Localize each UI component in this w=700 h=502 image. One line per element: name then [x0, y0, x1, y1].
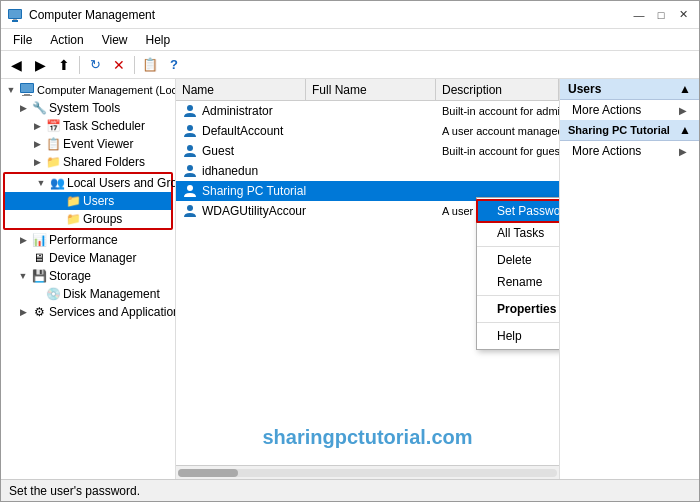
col-header-name[interactable]: Name [176, 79, 306, 100]
user-icon [182, 203, 198, 219]
ctx-item-set-password[interactable]: Set Password... [477, 200, 559, 222]
table-row[interactable]: idhanedun [176, 161, 559, 181]
svg-rect-3 [13, 19, 17, 20]
forward-button[interactable]: ▶ [29, 54, 51, 76]
svg-point-13 [187, 205, 193, 211]
sidebar-item-storage[interactable]: ▼ 💾 Storage [1, 267, 175, 285]
expand-icon: ▶ [29, 136, 45, 152]
menu-file[interactable]: File [5, 31, 40, 49]
actions-label-sharing-pc-more: More Actions [572, 144, 641, 158]
maximize-button[interactable]: □ [651, 6, 671, 24]
actions-item-users-more[interactable]: More Actions ▶ [560, 100, 699, 120]
ctx-label-delete: Delete [497, 253, 532, 267]
idhanedun-label: idhanedun [202, 164, 258, 178]
sidebar-item-shared-folders[interactable]: ▶ 📁 Shared Folders [1, 153, 175, 171]
sidebar-label-event-viewer: Event Viewer [63, 137, 133, 151]
menu-view[interactable]: View [94, 31, 136, 49]
horizontal-scrollbar[interactable] [176, 465, 559, 479]
ctx-label-all-tasks: All Tasks [497, 226, 544, 240]
sidebar-item-groups[interactable]: 📁 Groups [5, 210, 171, 228]
expand-placeholder [49, 193, 65, 209]
user-icon [182, 163, 198, 179]
cell-name-guest: Guest [176, 143, 306, 159]
expand-placeholder [49, 211, 65, 227]
svg-rect-1 [12, 20, 18, 22]
storage-icon: 💾 [31, 268, 47, 284]
col-header-fullname[interactable]: Full Name [306, 79, 436, 100]
ctx-item-all-tasks[interactable]: All Tasks ▶ [477, 222, 559, 244]
defaultaccount-label: DefaultAccount [202, 124, 283, 138]
actions-item-sharing-pc-more[interactable]: More Actions ▶ [560, 141, 699, 161]
device-icon: 🖥 [31, 250, 47, 266]
col-desc-label: Description [442, 83, 502, 97]
svg-rect-7 [22, 95, 32, 96]
calendar-icon: 📅 [45, 118, 61, 134]
up-button[interactable]: ⬆ [53, 54, 75, 76]
table-row[interactable]: DefaultAccount A user account managed by… [176, 121, 559, 141]
ctx-label-set-password: Set Password... [497, 204, 559, 218]
sidebar-label-performance: Performance [49, 233, 118, 247]
sidebar-item-services-apps[interactable]: ▶ ⚙ Services and Applications [1, 303, 175, 321]
status-bar: Set the user's password. [1, 479, 699, 501]
close-button[interactable]: ✕ [673, 6, 693, 24]
toolbar: ◀ ▶ ⬆ ↻ ✕ 📋 ? [1, 51, 699, 79]
properties-button[interactable]: 📋 [139, 54, 161, 76]
menu-action[interactable]: Action [42, 31, 91, 49]
refresh-button[interactable]: ↻ [84, 54, 106, 76]
guest-label: Guest [202, 144, 234, 158]
local-users-groups-group: ▼ 👥 Local Users and Groups 📁 Users 📁 Gro… [3, 172, 173, 230]
ctx-separator-1 [477, 246, 559, 247]
table-row[interactable]: Administrator Built-in account for admin… [176, 101, 559, 121]
actions-label-users-more: More Actions [572, 103, 641, 117]
menu-help[interactable]: Help [138, 31, 179, 49]
computer-management-window: Computer Management — □ ✕ File Action Vi… [0, 0, 700, 502]
actions-collapse-icon-2: ▲ [679, 123, 691, 137]
svg-point-12 [187, 185, 193, 191]
cell-name-idhanedun: idhanedun [176, 163, 306, 179]
content-area: Name Full Name Description [176, 79, 559, 479]
ctx-item-help[interactable]: Help [477, 325, 559, 347]
actions-arrow-sharing-pc-more: ▶ [679, 146, 687, 157]
expand-icon: ▶ [29, 118, 45, 134]
sidebar-item-performance[interactable]: ▶ 📊 Performance [1, 231, 175, 249]
actions-section-users: Users ▲ [560, 79, 699, 100]
actions-section-sharing-pc-label: Sharing PC Tutorial [568, 124, 670, 136]
context-menu: Set Password... All Tasks ▶ Delete Renam… [476, 197, 559, 350]
back-button[interactable]: ◀ [5, 54, 27, 76]
sidebar-label-shared-folders: Shared Folders [63, 155, 145, 169]
ctx-item-delete[interactable]: Delete [477, 249, 559, 271]
table-row[interactable]: Guest Built-in account for guest access.… [176, 141, 559, 161]
cell-name-sharing-pc: Sharing PC Tutorial [176, 183, 306, 199]
folder-icon: 📁 [45, 154, 61, 170]
ctx-item-properties[interactable]: Properties [477, 298, 559, 320]
ctx-separator-3 [477, 322, 559, 323]
sidebar-label-local-users-groups: Local Users and Groups [67, 176, 176, 190]
svg-point-10 [187, 145, 193, 151]
user-icon [182, 183, 198, 199]
wdag-label: WDAGUtilityAccount [202, 204, 306, 218]
minimize-button[interactable]: — [629, 6, 649, 24]
sidebar-item-users[interactable]: 📁 Users [5, 192, 171, 210]
stop-button[interactable]: ✕ [108, 54, 130, 76]
col-header-desc[interactable]: Description [436, 79, 559, 100]
sidebar-label-users: Users [83, 194, 114, 208]
sidebar-label-task-scheduler: Task Scheduler [63, 119, 145, 133]
log-icon: 📋 [45, 136, 61, 152]
sidebar-item-disk-management[interactable]: 💿 Disk Management [1, 285, 175, 303]
sidebar-item-computer-management[interactable]: ▼ Computer Management (Local) [1, 81, 175, 99]
sidebar-item-device-manager[interactable]: 🖥 Device Manager [1, 249, 175, 267]
list-header: Name Full Name Description [176, 79, 559, 101]
sidebar-item-system-tools[interactable]: ▶ 🔧 System Tools [1, 99, 175, 117]
tools-icon: 🔧 [31, 100, 47, 116]
sidebar-item-task-scheduler[interactable]: ▶ 📅 Task Scheduler [1, 117, 175, 135]
ctx-item-rename[interactable]: Rename [477, 271, 559, 293]
cell-desc-guest: Built-in account for guest access... [436, 145, 559, 157]
actions-section-users-label: Users [568, 82, 601, 96]
help-button[interactable]: ? [163, 54, 185, 76]
users-folder-icon: 📁 [65, 193, 81, 209]
toolbar-separator-1 [79, 56, 80, 74]
sidebar-item-event-viewer[interactable]: ▶ 📋 Event Viewer [1, 135, 175, 153]
expand-icon: ▶ [15, 304, 31, 320]
cell-name-wdag: WDAGUtilityAccount [176, 203, 306, 219]
sidebar-item-local-users-groups[interactable]: ▼ 👥 Local Users and Groups [5, 174, 171, 192]
